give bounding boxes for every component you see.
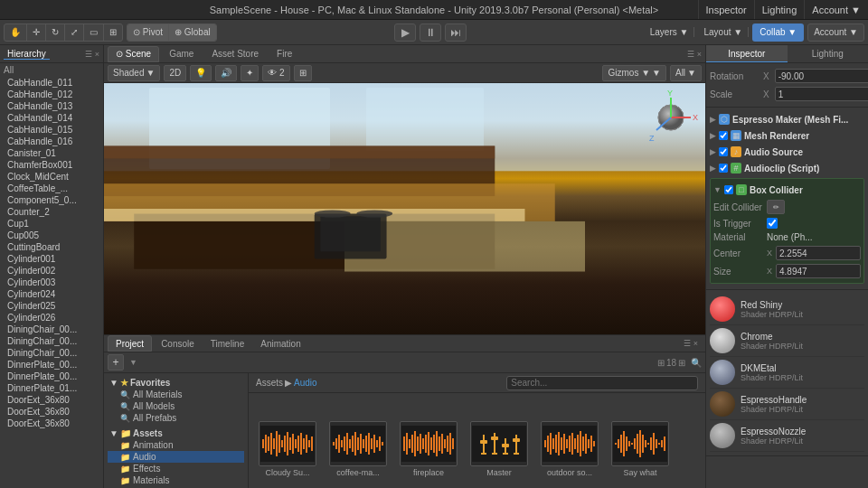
edit-collider-btn[interactable]: ✏ xyxy=(767,200,785,214)
asset-coffee[interactable]: coffee-ma... xyxy=(326,421,390,477)
hierarchy-item[interactable]: DinnerPlate_00... xyxy=(0,359,103,371)
asset-master[interactable]: Master xyxy=(467,421,531,477)
account-btn-top[interactable]: Account ▼ xyxy=(804,0,868,19)
hierarchy-item[interactable]: CabHandle_016 xyxy=(0,136,103,147)
hierarchy-item[interactable]: DiningChair_00... xyxy=(0,324,103,335)
fx-toggle[interactable]: ✦ xyxy=(241,65,259,81)
global-btn[interactable]: ⊕ Global xyxy=(169,24,216,41)
tree-audio[interactable]: 📁 Audio xyxy=(108,451,244,463)
tab-scene[interactable]: ⊙ Scene xyxy=(108,46,159,62)
tab-console[interactable]: Console xyxy=(154,335,202,352)
tab-fire[interactable]: Fire xyxy=(269,46,300,62)
hierarchy-item[interactable]: CabHandle_014 xyxy=(0,112,103,124)
all-dropdown[interactable]: All ▼ xyxy=(670,65,702,81)
size-x-input[interactable] xyxy=(776,264,861,278)
scene-gizmo[interactable]: X Y Z xyxy=(644,90,698,145)
hierarchy-list[interactable]: CabHandle_011 CabHandle_012 CabHandle_01… xyxy=(0,77,103,488)
hierarchy-item[interactable]: DiningChair_00... xyxy=(0,347,103,359)
tree-effects[interactable]: 📁 Effects xyxy=(108,463,244,474)
favorites-header[interactable]: ▼ ★ Favorites xyxy=(108,377,244,389)
layout-btn[interactable]: Layout ▼ xyxy=(698,27,749,37)
hierarchy-item[interactable]: Cylinder024 xyxy=(0,288,103,300)
is-trigger-checkbox[interactable] xyxy=(767,218,778,229)
hierarchy-item[interactable]: Cylinder001 xyxy=(0,253,103,265)
material-dkmetal[interactable]: DKMEtal Shader HDRP/Lit xyxy=(710,357,864,389)
material-chrome[interactable]: Chrome Shader HDRP/Lit xyxy=(710,325,864,357)
hierarchy-item[interactable]: Cylinder025 xyxy=(0,300,103,312)
account-button[interactable]: Account ▼ xyxy=(807,23,864,42)
component-audioclip[interactable]: ▶ # Audioclip (Script) xyxy=(710,160,864,176)
hierarchy-item[interactable]: CabHandle_015 xyxy=(0,124,103,136)
lighting-tab-btn[interactable]: Lighting xyxy=(754,0,805,19)
tree-all-prefabs[interactable]: 🔍 All Prefabs xyxy=(108,412,244,424)
collab-button[interactable]: Collab ▼ xyxy=(752,23,804,42)
layout-icon[interactable]: ⊞ xyxy=(678,358,685,368)
audio-toggle[interactable]: 🔊 xyxy=(215,65,237,81)
hierarchy-item[interactable]: Cylinder026 xyxy=(0,312,103,324)
hierarchy-item[interactable]: CabHandle_013 xyxy=(0,100,103,112)
transform-tool[interactable]: ⊞ xyxy=(104,24,122,41)
hierarchy-tab[interactable]: Hierarchy xyxy=(4,49,50,60)
hierarchy-item[interactable]: Cylinder003 xyxy=(0,277,103,288)
add-asset-btn[interactable]: + xyxy=(108,354,124,371)
2d-toggle[interactable]: 2D xyxy=(164,65,186,81)
hierarchy-item[interactable]: DiningChair_00... xyxy=(0,335,103,347)
material-espresso-nozzle[interactable]: EspressoNozzle Shader HDRP/Lit xyxy=(710,420,864,452)
asset-outdoor[interactable]: outdoor so... xyxy=(538,421,601,477)
scale-tool[interactable]: ⤢ xyxy=(65,24,84,41)
hierarchy-item[interactable]: Cylinder002 xyxy=(0,265,103,277)
component-mesh-renderer[interactable]: ▶ ▦ Mesh Renderer xyxy=(710,127,864,144)
panel-options[interactable]: ☰ × xyxy=(687,50,702,59)
tree-all-models[interactable]: 🔍 All Models xyxy=(108,400,244,412)
lighting-tab[interactable]: Lighting xyxy=(788,45,869,62)
tree-animation[interactable]: 📁 Animation xyxy=(108,439,244,451)
center-x-input[interactable] xyxy=(776,246,861,260)
gizmos-dropdown[interactable]: Gizmos ▼ ▼ xyxy=(602,65,665,81)
hierarchy-item[interactable]: Cup005 xyxy=(0,230,103,241)
hierarchy-item[interactable]: Cup1 xyxy=(0,218,103,230)
material-red-shiny[interactable]: Red Shiny Shader HDRP/Lit xyxy=(710,294,864,325)
hand-tool[interactable]: ✋ xyxy=(5,24,27,41)
audio-source-checkbox[interactable] xyxy=(719,147,728,156)
component-box-collider[interactable]: ▼ □ Box Collider xyxy=(713,182,861,198)
hierarchy-item[interactable]: CoffeeTable_... xyxy=(0,183,103,194)
inspector-tab-btn[interactable]: Inspector xyxy=(698,0,754,19)
asset-cloudy[interactable]: Cloudy Su... xyxy=(256,421,319,477)
asset-search[interactable] xyxy=(506,376,698,390)
grid-toggle[interactable]: ⊞ xyxy=(294,65,312,81)
hierarchy-item[interactable]: DinnerPlate_00... xyxy=(0,371,103,382)
audioclip-checkbox[interactable] xyxy=(719,164,728,173)
hierarchy-item[interactable]: Clock_MidCent xyxy=(0,171,103,183)
tab-animation[interactable]: Animation xyxy=(253,335,307,352)
hierarchy-item[interactable]: CabHandle_012 xyxy=(0,89,103,100)
tree-materials[interactable]: 📁 Materials xyxy=(108,474,244,486)
component-espresso[interactable]: ▶ ⬡ Espresso Maker (Mesh Fi... xyxy=(710,111,864,127)
material-espresso-handle[interactable]: EspressoHandle Shader HDRP/Lit xyxy=(710,389,864,420)
pivot-btn[interactable]: ⊙ Pivot xyxy=(127,24,169,41)
hierarchy-item[interactable]: DoorExt_36x80 xyxy=(0,418,103,429)
tab-asset-store[interactable]: Asset Store xyxy=(203,46,267,62)
layers-btn[interactable]: Layers ▼ xyxy=(645,27,695,37)
scene-viewport[interactable]: X Y Z xyxy=(104,83,705,334)
play-button[interactable]: ▶ xyxy=(394,23,416,42)
component-audio-source[interactable]: ▶ ♪ Audio Source xyxy=(710,144,864,160)
step-button[interactable]: ⏭ xyxy=(445,23,467,42)
mesh-renderer-checkbox[interactable] xyxy=(719,131,728,140)
rotation-x-input[interactable] xyxy=(775,69,868,83)
tree-all-materials[interactable]: 🔍 All Materials xyxy=(108,389,244,400)
hierarchy-item[interactable]: ChamferBox001 xyxy=(0,159,103,171)
shading-dropdown[interactable]: Shaded ▼ xyxy=(108,65,160,81)
tab-timeline[interactable]: Timeline xyxy=(203,335,251,352)
hierarchy-item[interactable]: Counter_2 xyxy=(0,206,103,218)
hierarchy-item[interactable]: CabHandle_011 xyxy=(0,77,103,89)
assets-header[interactable]: ▼ 📁 Assets xyxy=(108,427,244,439)
asset-fireplace[interactable]: fireplace xyxy=(397,421,460,477)
hierarchy-item[interactable]: DoorExt_36x80 xyxy=(0,406,103,418)
pause-button[interactable]: ⏸ xyxy=(420,23,441,42)
hierarchy-item[interactable]: DoorExt_36x80 xyxy=(0,394,103,406)
tab-game[interactable]: Game xyxy=(161,46,202,62)
tab-project[interactable]: Project xyxy=(108,335,152,352)
scale-x-input[interactable] xyxy=(775,87,868,101)
bottom-panel-options[interactable]: ☰ × xyxy=(680,339,702,348)
asset-saywhat[interactable]: Say what xyxy=(609,421,672,477)
